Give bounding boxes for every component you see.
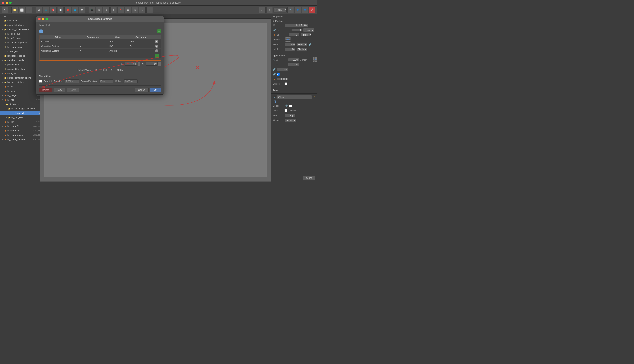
center-cell-bc[interactable] [314,61,316,62]
zoom-select[interactable]: 100% 75% 50% 150% [274,8,287,12]
tree-item-ht-pdf[interactable]: ▶ ◆ ht_pdf ↘26 [0,120,40,124]
text-tool-button[interactable]: T [26,7,32,13]
tree-item-ht-info-title[interactable]: T ht_info_title ◀ [0,111,40,115]
tree-item-project-title-phone[interactable]: T project_title_phone ↘2 [0,67,40,71]
center-cell-bl[interactable] [313,61,314,62]
rotation-input[interactable] [277,78,288,80]
table-add-button[interactable]: + [155,54,159,58]
screen-tool-button[interactable]: 📺 [43,7,49,13]
height-input[interactable] [285,48,296,51]
tree-item-map-pin[interactable]: ▶ ◆ map_pin ◆22, [0,71,40,76]
x-unit-select[interactable]: Pixels % [303,28,314,32]
font-checkbox[interactable] [285,109,287,112]
anchor-cell-tl[interactable] [285,37,287,38]
tool-btn-7[interactable]: 🗺 [79,7,85,13]
tree-item-ht-info-text[interactable]: ▶ 📁 ht_info_text [0,115,40,120]
tree-item-ht-info-bg[interactable]: ▼ 📁 ht_info_bg [0,102,40,106]
folder-tool-button[interactable]: 📁 [12,7,18,13]
user-button-1[interactable]: 👤 [295,7,301,13]
tree-item-ht-pdf-popup[interactable]: T ht_pdf_popup [0,36,40,40]
center-cell-tc[interactable] [314,57,316,59]
tree-item-screen-tint[interactable]: ▬ screen_tint [0,49,40,54]
close-traffic-light[interactable] [2,2,5,4]
tree-item-ht-image[interactable]: ▶ ◆ ht_image ↘32 [0,93,40,98]
id-input[interactable] [285,24,309,27]
tool-btn-4[interactable]: 📄 [57,7,64,13]
delete-button[interactable]: Delete [39,88,52,92]
close-button[interactable]: Close [303,176,315,180]
select-tool-button[interactable]: ↖ [2,7,8,13]
tool-btn-6[interactable]: 🌐 [72,7,78,13]
link-icon[interactable]: 🔗 [308,43,311,46]
center-cell-tr[interactable] [316,57,317,59]
formula-action-icon[interactable]: $ [274,100,276,104]
y-input[interactable] [289,33,300,36]
size-input[interactable] [285,114,296,117]
profile-button[interactable]: ⚙ [266,7,273,13]
user-button-2[interactable]: 👤 [302,7,308,13]
scale-y-input[interactable] [288,63,299,66]
tree-item-ht-video-vimeo[interactable]: ▶ ◆ ht_video_vimeo ↘382,63 [0,133,40,137]
width-unit-select[interactable]: Pixels % [296,42,308,46]
y-unit-select[interactable]: Pixels % [300,33,312,36]
tool-btn-9[interactable]: ⊞ [96,7,102,13]
tool-btn-11[interactable]: ✱ [110,7,117,13]
tree-item-ht-image-popup[interactable]: T ht_image_popup_fs [0,40,40,45]
minimize-traffic-light[interactable] [6,2,8,4]
image-tool-button[interactable]: 🖼 [36,7,42,13]
add-row-button[interactable]: + [157,30,161,34]
delete-row-3-button[interactable]: ✕ [155,49,158,52]
logic-block-dialog[interactable]: Logic Block Settings Logic Block i + Tri… [36,16,164,94]
tree-item-screentint[interactable]: ▶ 📁 screentint_phone ↘0,0 [0,23,40,27]
window-tool-button[interactable]: ⬜ [19,7,25,13]
weight-select[interactable]: inherit bold normal [285,118,297,122]
anchor-cell-tc[interactable] [287,37,289,38]
y-down-button[interactable]: ▼ [158,64,161,66]
dialog-close-light[interactable] [38,18,41,20]
tool-btn-3[interactable]: 🎯 [50,7,57,13]
formula-textarea[interactable]: $(hs) [276,95,312,99]
center-cell-ml[interactable] [313,59,314,60]
undo-button[interactable]: ↩ [259,7,266,13]
tool-btn-14[interactable]: ▤ [132,7,138,13]
center-cell-mr[interactable] [316,59,317,60]
anchor-cell-bc[interactable] [287,40,289,42]
tree-item-btn-container-phone[interactable]: ▶ 📁 button_container_phone [0,76,40,80]
opacity-input[interactable] [277,68,288,71]
anchor-cell-ml[interactable] [285,39,287,40]
tree-item-project-title[interactable]: T project_title ↘3 [0,62,40,67]
tool-btn-15[interactable]: ▭ [139,7,146,13]
tree-item-ht-node[interactable]: ▶ ◆ ht_node ↘8 [0,89,40,93]
transition-duration-input[interactable] [65,80,79,83]
tool-btn-5[interactable]: 🔴 [65,7,71,13]
tool-btn-13[interactable]: 🖼 [125,7,131,13]
tree-item-btn-container[interactable]: ▶ 📁 button_container [0,80,40,84]
x-up-button[interactable]: ▲ [138,62,140,64]
delete-row-2-button[interactable]: ✕ [155,44,158,48]
ok-button[interactable]: OK [150,88,161,92]
tree-item-ht-video-popup[interactable]: T ht_video_popup [0,45,40,49]
tool-btn-16[interactable]: {} [146,7,153,13]
tree-item-ht-url[interactable]: ▶ ◆ ht_url ↘14 [0,84,40,89]
height-unit-select[interactable]: Pixels % [296,48,308,51]
tree-item-ht-video-youtube[interactable]: ▶ ◆ ht_video_youtube ↘382,63 [0,137,40,142]
delete-row-1-button[interactable]: ✕ [155,40,158,43]
copy-button[interactable]: Copy [54,88,65,92]
tool-btn-8[interactable]: 📱 [89,7,95,13]
tree-item-ht-info[interactable]: ▼ ◆ ht_info ↘20 [0,98,40,102]
tree-item-ht-url-popup[interactable]: T ht_url_popup [0,32,40,36]
user-button-3[interactable]: A [309,7,315,13]
anchor-cell-tr[interactable] [289,37,291,38]
tree-item-ht-video-url[interactable]: ▶ ◆ ht_video_url ↘382,63 [0,128,40,133]
anchor-cell-bl[interactable] [285,40,287,42]
cursor-checkbox[interactable] [285,82,287,85]
tree-item-local-fonts[interactable]: ▶ 📁 local_fonts ↘0,0 [0,18,40,23]
x-value-input[interactable] [125,62,137,66]
search-button[interactable]: 🔍 [287,7,294,13]
paste-button[interactable]: Paste [67,88,79,92]
x-down-button[interactable]: ▼ [138,64,140,66]
tool-btn-12[interactable]: 📍 [118,7,124,13]
anchor-cell-mr[interactable] [289,39,291,40]
y-up-button[interactable]: ▲ [158,62,161,64]
transition-delay-input[interactable] [124,80,138,83]
